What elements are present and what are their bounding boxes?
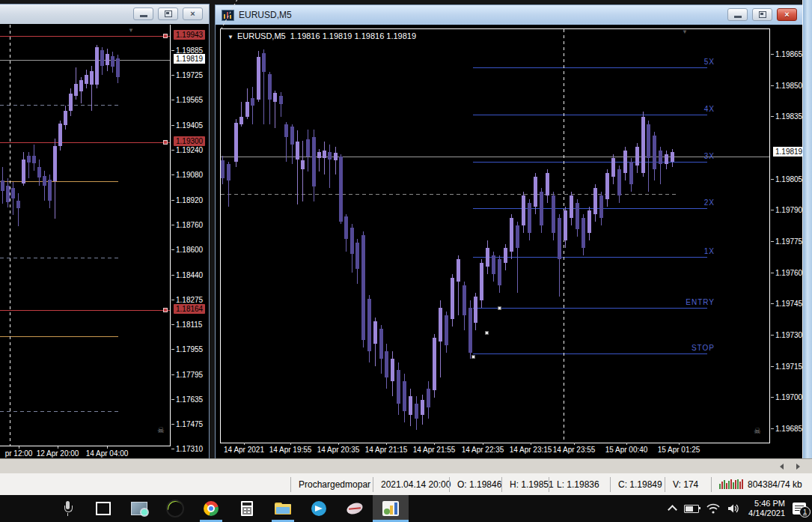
status-spacer [0, 473, 290, 495]
candle-body [641, 117, 645, 173]
current-price-label: 1.19819 [174, 54, 205, 64]
restore-button[interactable] [158, 7, 178, 20]
calculator-icon [241, 501, 253, 516]
level-label-5x: 5X [704, 58, 715, 66]
window-main-titlebar[interactable]: EURUSD,M5 × [216, 5, 803, 25]
candle-body [552, 195, 555, 233]
close-button[interactable]: × [183, 7, 203, 20]
time-tick-label: 14 Apr 04:00 [86, 449, 129, 458]
candle-body [32, 156, 36, 163]
candle-body [290, 127, 294, 145]
candle-body [301, 160, 305, 169]
minimize-button[interactable] [133, 7, 153, 20]
trendline-handle[interactable] [471, 355, 475, 359]
trendline-handle[interactable] [498, 306, 501, 310]
candle-body [58, 124, 62, 146]
battery-icon[interactable] [684, 505, 699, 513]
price-tick-label: 1.19685 [775, 424, 802, 434]
round-app-icon [166, 500, 184, 518]
taskbar-chrome-button[interactable] [193, 495, 229, 522]
price-tick-label: 1.19745 [775, 299, 802, 309]
left-price-axis: 1.199431.198851.198191.197251.195651.194… [171, 24, 208, 446]
tray-clock[interactable]: 5:46 PM 4/14/2021 [748, 499, 785, 518]
time-tick-label: 14 Apr 20:35 [317, 446, 360, 454]
alert-level-handle[interactable] [163, 34, 168, 38]
taskbar-metatrader-button[interactable] [373, 495, 409, 522]
time-tick-label: 14 Apr 23:15 [510, 446, 552, 454]
time-tick [338, 443, 339, 445]
left-plot[interactable]: ▼☠ [0, 25, 171, 446]
taskbar-microphone-button[interactable] [49, 495, 85, 522]
alert-level-handle[interactable] [163, 140, 168, 145]
volume-icon[interactable] [727, 503, 741, 514]
candle-body [100, 50, 104, 66]
time-tick-label: 15 Apr 00:40 [605, 446, 648, 454]
candle-body [665, 154, 668, 164]
candle-body [74, 84, 78, 96]
candle-body [468, 308, 472, 353]
candle-body [659, 151, 662, 164]
close-button[interactable]: × [777, 8, 797, 21]
candle-body [534, 177, 537, 207]
trendline-handle[interactable] [485, 331, 489, 335]
mt4-workspace: × ▼☠ 1.199431.198851.198191.197251.19565… [0, 0, 812, 458]
legend-quotes: 1.19816 1.19819 1.19816 1.19819 [290, 31, 416, 40]
candle-body [611, 158, 615, 177]
window-main-chart: EURUSD,M5 × ▼EURUSD,M5 1.19816 1.19819 1… [215, 4, 804, 460]
price-tick-label: 1.18600 [176, 245, 203, 255]
candle-body [367, 299, 371, 351]
candle-body [328, 152, 332, 160]
alert-price-label: 1.18164 [174, 304, 205, 314]
main-plot[interactable]: ▼EURUSD,M5 1.19816 1.19819 1.19816 1.198… [220, 28, 770, 443]
candle-body [540, 192, 543, 225]
taskbar-telegram-button[interactable] [301, 495, 337, 522]
snipping-tool-icon [345, 501, 364, 517]
taskbar-file-explorer-button[interactable] [265, 495, 301, 522]
computer-search-icon [131, 502, 147, 515]
scroll-right-button[interactable] [792, 461, 804, 472]
price-tick-label: 1.17310 [176, 444, 203, 454]
restore-button[interactable] [752, 8, 772, 21]
candle-body [350, 228, 354, 254]
taskbar-computer-search-button[interactable] [121, 495, 157, 522]
taskbar-task-view-button[interactable] [85, 495, 121, 522]
time-tick-label: pr 12:00 [5, 449, 33, 458]
candle-body [457, 259, 460, 282]
taskbar-round-app-button[interactable] [157, 495, 193, 522]
workspace-hscrollbar[interactable] [0, 458, 812, 474]
time-tick-label: 15 Apr 01:25 [658, 446, 700, 454]
candle-body [463, 285, 466, 315]
wifi-icon[interactable] [706, 503, 720, 514]
time-tick-label: 14 Apr 19:55 [269, 446, 312, 454]
candle-body [397, 370, 400, 404]
task-view-icon [96, 502, 111, 515]
minimize-button[interactable] [727, 8, 748, 21]
candle-body [306, 139, 310, 157]
price-tick-label: 1.19725 [176, 70, 203, 80]
traffic-text: 804384/74 kb [748, 477, 802, 492]
tray-chevron-up-icon[interactable] [669, 506, 677, 511]
status-bar: Prochargedmopar2021.04.14 20:00O: 1.1984… [0, 473, 812, 496]
level-label-3x: 3X [704, 152, 715, 160]
candle-body [474, 297, 477, 323]
symbol-dropdown-icon: ▼ [228, 34, 233, 40]
level-label-2x: 2X [704, 198, 715, 207]
price-tick-label: 1.19700 [775, 392, 802, 402]
dashed-level-line [0, 411, 118, 412]
orange-level-line [0, 336, 118, 337]
scroll-right-icon [796, 464, 800, 470]
minimize-icon [140, 15, 147, 17]
candle-body [116, 58, 120, 77]
window-left-titlebar[interactable]: × [0, 4, 209, 25]
candle-body [344, 216, 348, 239]
taskbar-calculator-button[interactable] [229, 495, 265, 522]
taskbar-snipping-tool-button[interactable] [337, 495, 373, 522]
taskbar: 5:46 PM 4/14/2021 1 [0, 495, 812, 522]
level-line-entry [473, 308, 707, 309]
scroll-left-button[interactable] [775, 461, 787, 472]
notification-center-icon[interactable]: 1 [793, 503, 806, 515]
main-time-axis: 14 Apr 202114 Apr 19:5514 Apr 20:3514 Ap… [220, 443, 769, 456]
alert-level-handle[interactable] [163, 308, 168, 312]
chart-legend: ▼EURUSD,M5 1.19816 1.19819 1.19816 1.198… [228, 31, 416, 40]
price-tick-label: 1.18760 [176, 220, 203, 230]
